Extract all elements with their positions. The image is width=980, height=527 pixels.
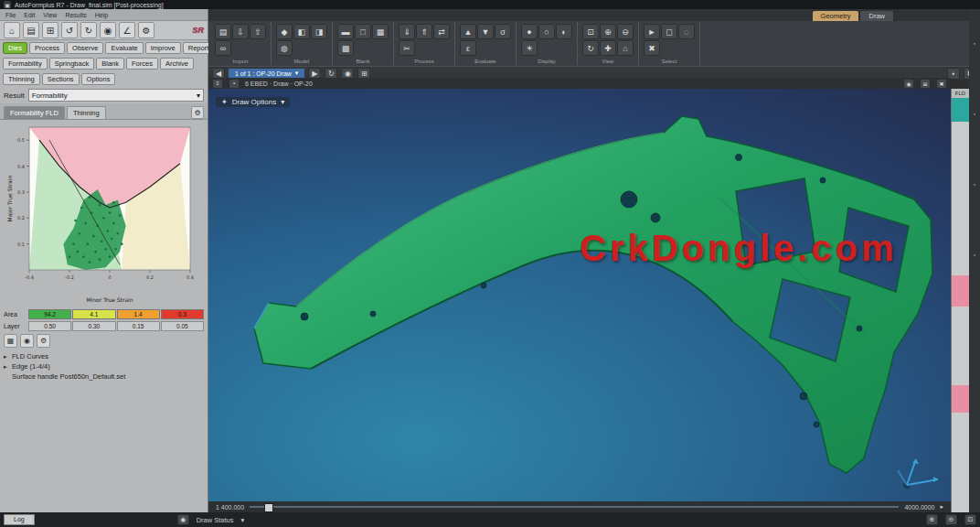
nav-improve[interactable]: Improve xyxy=(145,42,181,54)
link-icon[interactable]: ∞ xyxy=(215,40,231,56)
result-combobox[interactable]: Formability ▾ xyxy=(28,89,204,102)
nav-forces[interactable]: Forces xyxy=(126,58,158,70)
table-icon[interactable]: ▦ xyxy=(4,334,17,348)
menu-help[interactable]: Help xyxy=(95,12,108,18)
menu-edit[interactable]: Edit xyxy=(24,12,35,18)
part-canvas[interactable] xyxy=(208,89,951,501)
nav-archive[interactable]: Archive xyxy=(160,58,194,70)
menu-icon[interactable]: ≡ xyxy=(212,79,223,89)
light-icon[interactable]: ☀ xyxy=(521,40,538,56)
outline-icon[interactable]: □ xyxy=(355,24,371,39)
print-icon[interactable]: ⊞ xyxy=(42,22,59,38)
fit-view-icon[interactable]: ⊡ xyxy=(582,24,599,39)
tree-item-fld-curves[interactable]: ▸ FLD Curves xyxy=(4,351,204,361)
draw-options-button[interactable]: ✦ Draw Options ▾ xyxy=(216,97,290,107)
open-icon[interactable]: ▤ xyxy=(23,22,39,38)
home-icon[interactable]: ⌂ xyxy=(4,22,20,38)
caret-right-icon[interactable]: ▸ xyxy=(4,353,9,360)
gutter-marker-icon[interactable]: ▪ xyxy=(974,181,975,188)
closing-icon[interactable]: ⇑ xyxy=(416,24,432,39)
lasso-icon[interactable]: ◌ xyxy=(678,24,695,39)
zoom-out-icon[interactable]: ⊖ xyxy=(945,514,957,525)
play-icon[interactable]: ▸ xyxy=(940,503,943,511)
refine-icon[interactable]: ▩ xyxy=(337,40,354,56)
drawing-icon[interactable]: ⇄ xyxy=(433,24,450,39)
tab-thinning[interactable]: Thinning xyxy=(67,106,106,119)
binder-icon[interactable]: ◍ xyxy=(276,40,293,56)
pan-icon[interactable]: ✚ xyxy=(600,40,616,56)
blank-icon[interactable]: ▬ xyxy=(337,24,354,39)
tab-settings-icon[interactable]: ⚙ xyxy=(191,106,204,119)
zoom-in-icon[interactable]: ⊕ xyxy=(600,24,616,39)
measure-icon[interactable]: ∠ xyxy=(119,22,135,38)
tree-item-surface-handle[interactable]: Surface handle Post650n_Default.set xyxy=(4,371,204,382)
part-icon[interactable]: ◆ xyxy=(276,24,293,39)
part-3d-model[interactable] xyxy=(254,116,932,473)
fld-icon[interactable]: ▲ xyxy=(460,24,476,39)
camera-icon[interactable]: ◉ xyxy=(903,79,914,89)
nav-springback[interactable]: Springback xyxy=(49,58,95,70)
undo-icon[interactable]: ↺ xyxy=(61,22,78,38)
shaded-icon[interactable]: ● xyxy=(521,24,538,39)
ribbon-tab-draw[interactable]: Draw xyxy=(860,11,893,21)
layer-label: Layer xyxy=(4,323,27,329)
nav-blank[interactable]: Blank xyxy=(96,58,124,70)
fit-view-icon[interactable]: ⊡ xyxy=(964,514,976,525)
settings-icon[interactable]: ⚙ xyxy=(37,334,50,348)
settings-icon[interactable]: ⚙ xyxy=(138,22,154,38)
frame-slider[interactable] xyxy=(250,506,899,508)
trim-icon[interactable]: ✂ xyxy=(399,40,415,56)
nav-observe[interactable]: Observe xyxy=(67,42,103,54)
tab-formability-fld[interactable]: Formability FLD xyxy=(4,106,65,119)
gutter-marker-icon[interactable]: ▪ xyxy=(974,40,975,47)
pointer-icon[interactable]: ► xyxy=(644,24,660,39)
zoom-in-icon[interactable]: ⊕ xyxy=(926,514,938,525)
operation-selector[interactable]: 1 of 1 : OP-20 Draw ▾ xyxy=(229,69,304,78)
caret-right-icon[interactable]: ▸ xyxy=(4,363,9,371)
nav-thinning[interactable]: Thinning xyxy=(3,73,40,85)
draw-status-label[interactable]: Draw Status xyxy=(197,516,234,524)
zoom-out-icon[interactable]: ⊖ xyxy=(617,24,634,39)
stress-icon[interactable]: σ xyxy=(495,24,511,39)
home-view-icon[interactable]: ⌂ xyxy=(617,40,634,56)
die-icon[interactable]: ◧ xyxy=(293,24,310,39)
box-select-icon[interactable]: ◻ xyxy=(661,24,677,39)
camera-icon[interactable]: ◉ xyxy=(100,22,116,38)
wireframe-icon[interactable]: ○ xyxy=(538,24,555,39)
clear-selection-icon[interactable]: ✖ xyxy=(644,40,660,56)
frame-slider-handle[interactable] xyxy=(264,503,273,512)
ribbon-tab-geometry[interactable]: Geometry xyxy=(813,11,859,21)
import-icon[interactable]: ⇩ xyxy=(232,24,249,39)
gutter-marker-icon[interactable]: ▪ xyxy=(974,111,975,117)
close-icon[interactable]: ✖ xyxy=(936,79,947,89)
section-icon[interactable]: ◐ xyxy=(556,24,572,39)
fld-chart[interactable]: -0.4-0.200.20.40.10.20.30.40.5Minor True… xyxy=(5,122,199,305)
pin-icon[interactable]: ▪ xyxy=(229,79,240,89)
viewport-3d[interactable]: ✦ Draw Options ▾ CrkDongle.com xyxy=(208,89,951,501)
menu-file[interactable]: File xyxy=(5,12,16,18)
punch-icon[interactable]: ◨ xyxy=(311,24,327,39)
camera-icon[interactable]: ◉ xyxy=(20,334,34,348)
gutter-marker-icon[interactable]: ▪ xyxy=(974,252,975,258)
menu-results[interactable]: Results xyxy=(65,12,86,18)
nav-formability[interactable]: Formability xyxy=(3,58,48,70)
camera-icon[interactable]: ◉ xyxy=(177,514,189,525)
gravity-icon[interactable]: ⇓ xyxy=(399,24,415,39)
nav-process[interactable]: Process xyxy=(29,42,65,54)
nav-sections[interactable]: Sections xyxy=(42,73,80,85)
export-icon[interactable]: ⇧ xyxy=(250,24,266,39)
rotate-icon[interactable]: ↻ xyxy=(582,40,599,56)
orientation-triad[interactable] xyxy=(894,454,945,494)
grid-icon[interactable]: ⊞ xyxy=(920,79,931,89)
thinning-icon[interactable]: ▼ xyxy=(477,24,494,39)
log-button[interactable]: Log xyxy=(4,514,35,525)
mesh-icon[interactable]: ▦ xyxy=(372,24,389,39)
nav-options[interactable]: Options xyxy=(81,73,116,85)
tree-item-edge[interactable]: ▸ Edge (1-4/4) xyxy=(4,361,204,371)
redo-icon[interactable]: ↻ xyxy=(80,22,97,38)
nav-dies[interactable]: Dies xyxy=(3,42,27,54)
open-icon[interactable]: ▤ xyxy=(215,24,231,39)
strain-icon[interactable]: ε xyxy=(460,40,476,56)
nav-evaluate[interactable]: Evaluate xyxy=(105,42,143,54)
menu-view[interactable]: View xyxy=(43,12,57,18)
